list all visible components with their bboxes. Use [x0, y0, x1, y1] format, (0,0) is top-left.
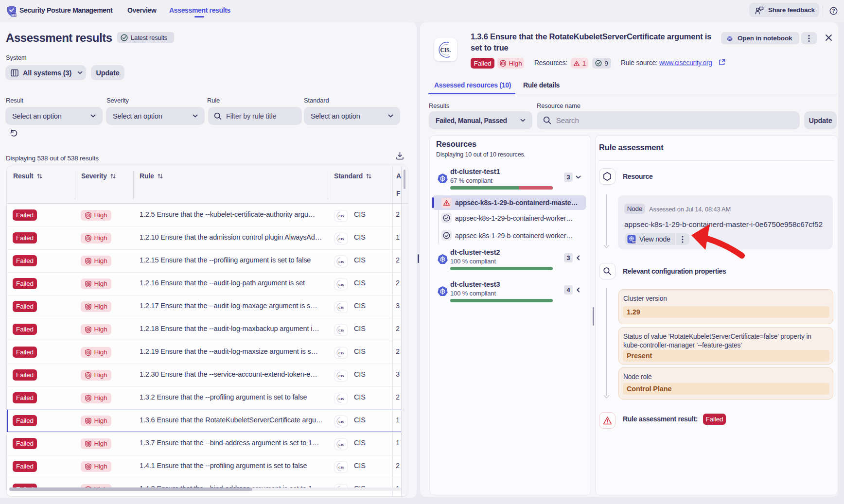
svg-text:CIS: CIS	[338, 237, 344, 241]
svg-text:CIS: CIS	[338, 283, 344, 287]
svg-text:CIS: CIS	[338, 466, 344, 469]
svg-text:CIS: CIS	[338, 351, 344, 355]
svg-text:CIS: CIS	[338, 443, 344, 447]
svg-text:?: ?	[832, 8, 835, 14]
svg-text:CIS: CIS	[338, 329, 344, 332]
svg-text:CIS: CIS	[338, 260, 344, 264]
svg-text:CIS.: CIS.	[440, 47, 451, 53]
svg-text:CIS: CIS	[338, 420, 344, 424]
svg-text:CIS: CIS	[338, 374, 344, 378]
svg-text:NEW: NEW	[632, 241, 636, 243]
svg-text:CIS: CIS	[338, 306, 344, 310]
svg-text:CIS: CIS	[338, 214, 344, 218]
svg-text:CIS: CIS	[338, 397, 344, 401]
svg-text:NEW: NEW	[11, 14, 17, 17]
